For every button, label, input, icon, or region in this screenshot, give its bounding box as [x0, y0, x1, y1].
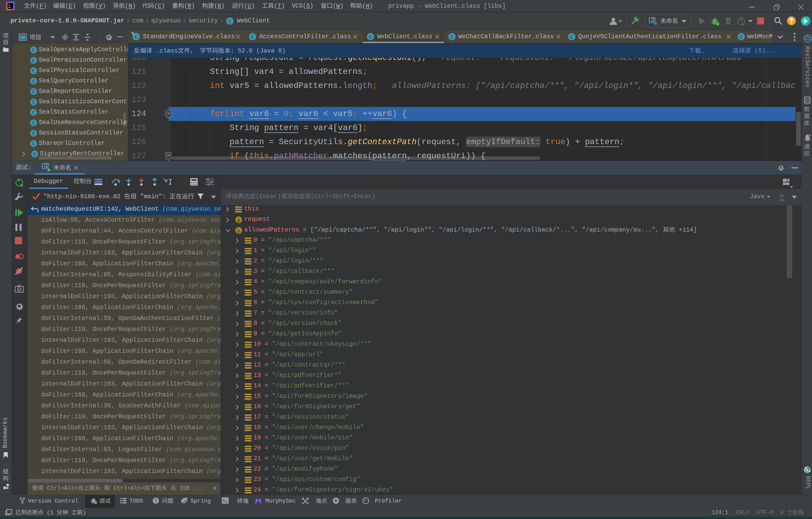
svg-text:C: C [32, 79, 35, 85]
svg-text:C: C [32, 110, 35, 116]
svg-text:C: C [570, 34, 574, 40]
svg-text:C: C [251, 34, 254, 40]
svg-text:p: p [237, 217, 240, 223]
svg-text:C: C [33, 152, 36, 157]
svg-text:C: C [740, 34, 743, 40]
svg-text:C: C [369, 34, 372, 40]
svg-text:p: p [237, 228, 240, 234]
svg-text:C: C [32, 141, 35, 147]
svg-text:C: C [135, 34, 138, 40]
svg-text:C: C [32, 100, 35, 105]
svg-text:C: C [32, 131, 35, 136]
svg-text:C: C [32, 68, 35, 74]
svg-text:C: C [32, 58, 35, 64]
svg-text:C: C [228, 19, 232, 25]
svg-text:C: C [32, 89, 35, 95]
svg-text:C: C [451, 34, 454, 40]
svg-text:IJ: IJ [8, 4, 10, 6]
svg-text:C: C [32, 120, 35, 126]
svg-text:C: C [32, 48, 35, 53]
